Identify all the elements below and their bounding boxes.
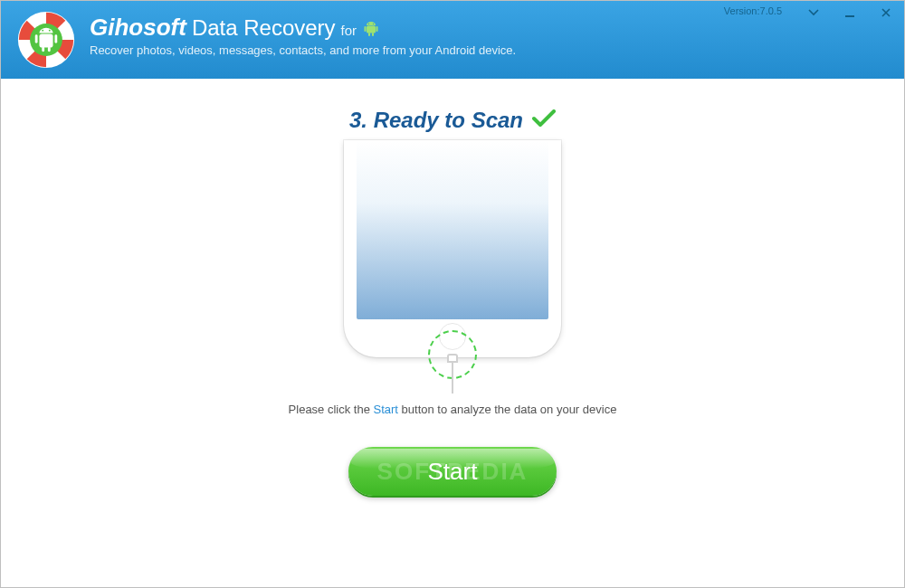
header: Gihosoft Data Recovery for — [1, 1, 904, 79]
check-icon — [532, 109, 556, 131]
brand-name: Gihosoft — [90, 14, 186, 42]
connection-ring-icon — [428, 330, 477, 379]
chevron-down-icon — [808, 7, 819, 18]
svg-rect-3 — [35, 34, 38, 43]
svg-point-14 — [368, 24, 369, 24]
hint-text: Please click the Start button to analyze… — [289, 403, 617, 416]
android-icon — [364, 21, 378, 41]
phone-icon — [344, 140, 561, 357]
subtitle: Recover photos, videos, messages, contac… — [90, 43, 516, 57]
svg-rect-2 — [39, 33, 52, 47]
main-panel: 3. Ready to Scan Please click the Start … — [1, 79, 904, 587]
svg-rect-4 — [54, 34, 57, 43]
hint-pre: Please click the — [289, 403, 374, 416]
usb-cable-icon — [447, 354, 458, 390]
svg-point-7 — [42, 30, 43, 32]
svg-rect-11 — [376, 26, 378, 32]
start-button-label: Start — [428, 458, 478, 485]
minimize-icon — [844, 7, 855, 18]
title-for: for — [341, 23, 357, 38]
svg-rect-9 — [367, 26, 376, 33]
svg-point-8 — [49, 30, 51, 32]
phone-screen — [357, 140, 548, 319]
version-label[interactable]: Version:7.0.5 — [724, 5, 782, 16]
hint-keyword: Start — [374, 403, 398, 416]
step-title-text: 3. Ready to Scan — [349, 108, 523, 133]
svg-rect-12 — [368, 33, 370, 36]
device-illustration — [344, 140, 561, 375]
svg-point-15 — [373, 24, 374, 24]
svg-rect-5 — [42, 47, 44, 52]
window-controls — [795, 1, 904, 24]
app-window: Gihosoft Data Recovery for — [0, 0, 905, 588]
dropdown-button[interactable] — [795, 1, 832, 24]
close-icon — [881, 7, 891, 18]
title-block: Gihosoft Data Recovery for — [90, 14, 516, 79]
product-name: Data Recovery — [192, 15, 336, 41]
close-button[interactable] — [868, 1, 904, 24]
hint-post: button to analyze the data on your devic… — [398, 403, 616, 416]
svg-rect-16 — [845, 15, 854, 17]
start-button[interactable]: SOFTPEDIA Start — [348, 447, 557, 496]
svg-rect-13 — [372, 33, 374, 36]
app-logo — [15, 9, 77, 71]
minimize-button[interactable] — [832, 1, 868, 24]
lifebuoy-android-icon — [16, 10, 76, 70]
svg-rect-6 — [48, 47, 51, 52]
svg-rect-10 — [365, 26, 367, 32]
step-title: 3. Ready to Scan — [349, 108, 556, 133]
